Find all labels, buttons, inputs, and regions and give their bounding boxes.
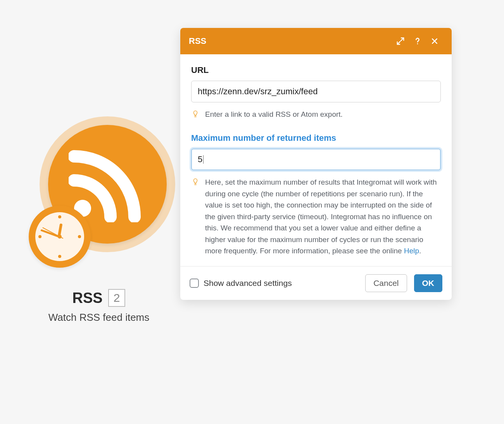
show-advanced-toggle[interactable]: Show advanced settings	[190, 279, 292, 288]
help-link[interactable]: Help	[404, 247, 419, 255]
node-circle[interactable]	[19, 109, 167, 268]
rss-icon	[69, 145, 146, 224]
url-field-group: URL Enter a link to a valid RSS or Atom …	[191, 65, 441, 120]
rss-module-node[interactable]: RSS 2 Watch RSS feed items	[19, 109, 178, 324]
checkbox-icon	[190, 279, 199, 288]
max-items-value: 5	[198, 155, 204, 164]
max-items-hint-suffix: .	[419, 247, 421, 255]
lightbulb-icon	[191, 109, 200, 118]
close-icon[interactable]	[426, 33, 443, 50]
dialog-title: RSS	[189, 36, 206, 46]
url-hint: Enter a link to a valid RSS or Atom expo…	[205, 109, 441, 120]
show-advanced-label: Show advanced settings	[204, 279, 292, 288]
cancel-button[interactable]: Cancel	[365, 274, 407, 292]
max-items-hint-prefix: Here, set the maximum number of results …	[205, 178, 437, 255]
expand-icon[interactable]	[392, 33, 409, 50]
ok-button[interactable]: OK	[414, 274, 443, 292]
url-input[interactable]	[191, 81, 441, 102]
node-subtitle: Watch RSS feed items	[19, 312, 178, 324]
max-items-hint: Here, set the maximum number of results …	[205, 177, 441, 256]
node-instance-badge: 2	[108, 289, 126, 307]
help-icon[interactable]	[409, 33, 426, 50]
node-title: RSS	[72, 290, 103, 306]
dialog-footer: Show advanced settings Cancel OK	[180, 266, 452, 300]
dialog-header: RSS	[180, 28, 452, 54]
max-items-input[interactable]: 5	[191, 149, 441, 170]
url-label: URL	[191, 65, 441, 75]
max-items-label: Maximum number of returned items	[191, 133, 441, 143]
svg-point-1	[417, 43, 418, 45]
max-items-field-group: Maximum number of returned items 5 Here,…	[191, 133, 441, 256]
rss-config-dialog: RSS URL	[180, 28, 452, 300]
lightbulb-icon	[191, 177, 200, 186]
clock-icon	[29, 206, 91, 268]
